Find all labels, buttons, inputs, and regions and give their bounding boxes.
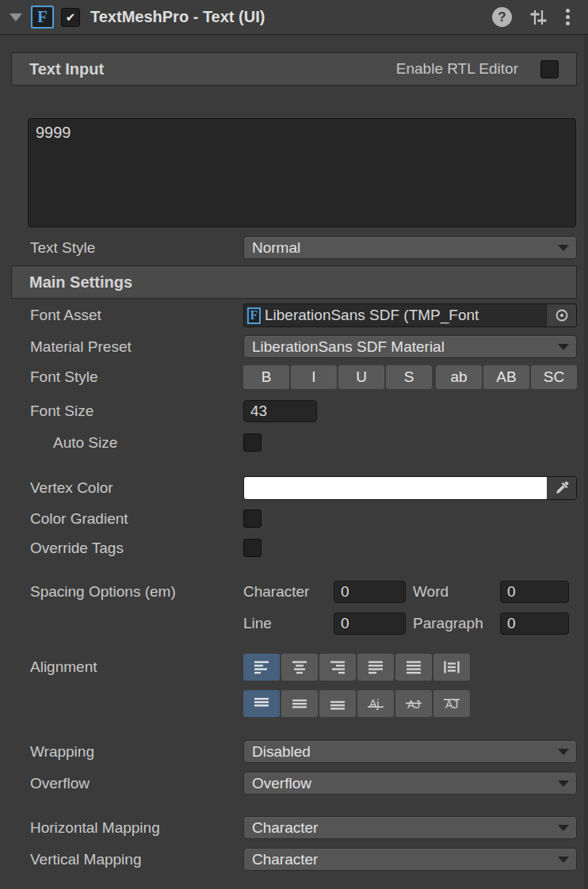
align-geometry-center-icon [442, 660, 461, 674]
align-center-button[interactable] [281, 654, 318, 681]
line-spacing-label: Line [243, 615, 334, 632]
horizontal-mapping-dropdown[interactable]: Character [243, 816, 577, 839]
overflow-row: Overflow Overflow [0, 772, 588, 795]
auto-size-row: Auto Size [0, 433, 588, 452]
object-picker-icon [554, 307, 570, 323]
font-size-row: Font Size 43 [0, 400, 588, 422]
align-middle-button[interactable] [281, 690, 318, 717]
component-title: TextMeshPro - Text (UI) [90, 8, 485, 26]
chevron-down-icon [558, 857, 569, 863]
align-geometry-center-button[interactable] [433, 654, 470, 681]
override-tags-label: Override Tags [30, 540, 243, 557]
sliders-icon [528, 7, 548, 28]
align-center-icon [290, 660, 309, 674]
paragraph-spacing-label: Paragraph [406, 615, 500, 632]
eyedropper-icon [554, 480, 570, 496]
text-input-section-title: Text Input [29, 60, 104, 78]
svg-text:Aj: Aj [369, 697, 379, 710]
spacing-options-label: Spacing Options (em) [30, 583, 243, 601]
align-flush-button[interactable] [395, 654, 432, 681]
auto-size-label: Auto Size [30, 434, 243, 452]
material-preset-row: Material Preset LiberationSans SDF Mater… [0, 335, 588, 358]
alignment-label: Alignment [30, 658, 243, 676]
word-spacing-input[interactable]: 0 [500, 581, 569, 603]
align-capline-icon: AJ [442, 696, 461, 711]
align-midline-button[interactable]: AJ [395, 690, 432, 717]
align-right-button[interactable] [319, 654, 356, 681]
spacing-options-row-2: Line 0 Paragraph 0 [0, 612, 588, 635]
enable-rtl-checkbox[interactable] [540, 60, 559, 78]
font-size-label: Font Size [30, 403, 243, 420]
textmeshpro-icon: F [31, 6, 54, 29]
alignment-row-horizontal: Alignment [0, 654, 588, 681]
override-tags-checkbox[interactable] [243, 539, 262, 557]
align-right-icon [328, 660, 347, 674]
foldout-arrow-icon[interactable] [10, 13, 22, 21]
overflow-value: Overflow [252, 775, 311, 792]
font-asset-value: LiberationSans SDF (TMP_Font [265, 307, 546, 324]
align-left-button[interactable] [243, 654, 280, 681]
character-spacing-input[interactable]: 0 [334, 581, 406, 603]
align-capline-button[interactable]: AJ [433, 690, 470, 717]
material-preset-value: LiberationSans SDF Material [252, 338, 445, 356]
wrapping-row: Wrapping Disabled [0, 740, 588, 763]
underline-button[interactable]: U [338, 365, 384, 389]
line-spacing-input[interactable]: 0 [334, 612, 406, 635]
lowercase-button[interactable]: ab [436, 365, 482, 389]
smallcaps-button[interactable]: SC [531, 365, 577, 389]
main-settings-section-bar[interactable]: Main Settings [11, 265, 577, 299]
font-asset-f-icon: F [247, 307, 261, 324]
vertex-color-label: Vertex Color [30, 479, 243, 497]
component-header: F ✔ TextMeshPro - Text (UI) ? [0, 0, 588, 35]
wrapping-dropdown[interactable]: Disabled [243, 740, 577, 763]
font-asset-label: Font Asset [30, 307, 243, 324]
font-style-row: Font Style B I U S ab AB SC [0, 365, 588, 389]
vertical-mapping-value: Character [252, 851, 318, 868]
text-style-label: Text Style [30, 239, 243, 257]
font-size-input[interactable]: 43 [243, 400, 317, 422]
color-gradient-row: Color Gradient [0, 509, 588, 528]
vertex-color-field[interactable] [243, 476, 577, 500]
override-tags-row: Override Tags [0, 539, 588, 557]
text-input-section-bar[interactable]: Text Input Enable RTL Editor [11, 52, 577, 86]
more-menu-icon[interactable] [556, 6, 578, 29]
text-style-dropdown[interactable]: Normal [243, 236, 577, 259]
svg-text:AJ: AJ [407, 698, 420, 711]
text-input-area[interactable]: 9999 [28, 118, 576, 227]
color-swatch[interactable] [244, 477, 547, 499]
material-preset-label: Material Preset [30, 338, 243, 356]
scrollbar-track[interactable] [584, 36, 588, 889]
align-justify-button[interactable] [357, 654, 394, 681]
wrapping-value: Disabled [252, 743, 311, 761]
help-icon[interactable]: ? [492, 7, 512, 27]
vertical-mapping-label: Vertical Mapping [30, 851, 243, 868]
paragraph-spacing-input[interactable]: 0 [500, 612, 569, 635]
align-justify-icon [366, 660, 385, 674]
presets-icon[interactable] [527, 6, 549, 29]
color-gradient-label: Color Gradient [30, 510, 243, 528]
auto-size-checkbox[interactable] [243, 433, 262, 452]
font-style-label: Font Style [30, 368, 243, 386]
object-picker-button[interactable] [546, 304, 576, 326]
align-bottom-button[interactable] [319, 690, 356, 717]
font-asset-row: Font Asset F LiberationSans SDF (TMP_Fon… [0, 303, 588, 327]
main-settings-section-title: Main Settings [29, 273, 132, 292]
align-top-button[interactable] [243, 690, 280, 717]
text-style-row: Text Style Normal [0, 236, 588, 259]
checkmark-icon: ✔ [66, 11, 76, 23]
component-enabled-checkbox[interactable]: ✔ [61, 8, 80, 27]
italic-button[interactable]: I [291, 365, 337, 389]
material-preset-dropdown[interactable]: LiberationSans SDF Material [243, 335, 577, 358]
font-asset-object-field[interactable]: F LiberationSans SDF (TMP_Font [243, 303, 577, 327]
eyedropper-button[interactable] [547, 477, 576, 499]
strikethrough-button[interactable]: S [386, 365, 432, 389]
uppercase-button[interactable]: AB [483, 365, 529, 389]
align-midline-icon: AJ [404, 696, 423, 711]
text-style-value: Normal [252, 239, 300, 257]
bold-button[interactable]: B [243, 365, 289, 389]
vertical-mapping-dropdown[interactable]: Character [243, 848, 577, 871]
vertical-mapping-row: Vertical Mapping Character [0, 848, 588, 871]
overflow-dropdown[interactable]: Overflow [243, 772, 577, 795]
color-gradient-checkbox[interactable] [243, 509, 262, 528]
align-baseline-button[interactable]: Aj [357, 690, 394, 717]
